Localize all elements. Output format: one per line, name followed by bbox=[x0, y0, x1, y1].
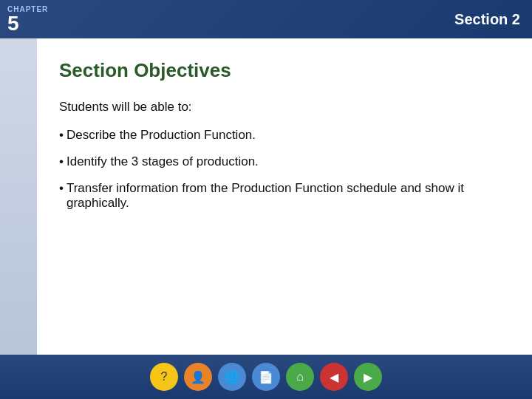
top-bar: CHAPTER 5 Section 2 bbox=[0, 0, 532, 38]
bullet-3: • bbox=[59, 181, 64, 196]
objective-item-3: • Transfer information from the Producti… bbox=[59, 181, 502, 211]
chapter-block: CHAPTER 5 bbox=[0, 2, 55, 37]
help-button[interactable]: ? bbox=[150, 363, 178, 391]
bottom-nav-bar: ? 👤 🌐 📄 ⌂ ◀ ▶ bbox=[0, 355, 532, 399]
chapter-number: 5 bbox=[7, 13, 19, 34]
objective-text-2: Identify the 3 stages of production. bbox=[66, 154, 259, 169]
document-button[interactable]: 📄 bbox=[252, 363, 280, 391]
objective-text-1: Describe the Production Function. bbox=[66, 128, 256, 143]
bullet-1: • bbox=[59, 128, 64, 143]
bullet-2: • bbox=[59, 154, 64, 169]
intro-text: Students will be able to: bbox=[59, 100, 502, 115]
objective-item-1: • Describe the Production Function. bbox=[59, 128, 502, 143]
section-objectives-title: Section Objectives bbox=[59, 59, 502, 82]
profile-button[interactable]: 👤 bbox=[184, 363, 212, 391]
section-label: Section 2 bbox=[454, 11, 532, 28]
left-sidebar bbox=[0, 38, 37, 355]
globe-button[interactable]: 🌐 bbox=[218, 363, 246, 391]
objective-item-2: • Identify the 3 stages of production. bbox=[59, 154, 502, 169]
main-content: Section Objectives Students will be able… bbox=[37, 38, 532, 355]
home-button[interactable]: ⌂ bbox=[286, 363, 314, 391]
objective-text-3: Transfer information from the Production… bbox=[66, 181, 502, 211]
forward-button[interactable]: ▶ bbox=[354, 363, 382, 391]
back-button[interactable]: ◀ bbox=[320, 363, 348, 391]
